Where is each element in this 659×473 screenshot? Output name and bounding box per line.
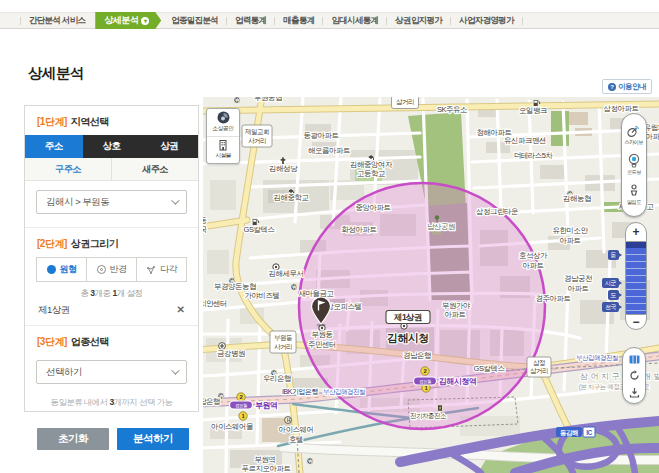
question-icon: ? (608, 83, 616, 91)
map-label: 김해중앙여자 (350, 160, 393, 169)
map-label: 화성아파트 (342, 225, 377, 234)
map-layer-buttons: 소상공인 시설물 (206, 108, 240, 164)
map-boxed-label-text: 삼정 (533, 359, 545, 367)
map-label: 더테라스5차 (514, 151, 554, 160)
density-icon (628, 184, 640, 198)
zoom-slider-track[interactable] (625, 248, 647, 314)
trade-area-name: 제1상권 (38, 304, 70, 315)
roadview-button[interactable]: 로드뷰 (626, 153, 642, 177)
map-boxed-label: 부원동사거리 (270, 331, 296, 353)
nav-item-business-age-stats[interactable]: 업력통계 (227, 13, 274, 28)
lrt-station: 경전철김해시청역 (414, 377, 477, 386)
map-label: 고등학교 (357, 169, 385, 178)
map-view-controls: 스카이뷰 로드뷰 밀집도 (621, 113, 647, 217)
map-canvas[interactable]: ₩₩₩₩₩₩₩H삼거리제일교회사거리부원동사거리삼정삼거리제1상권2121경전철… (203, 97, 659, 473)
facility-label: 시설물 (215, 151, 231, 160)
industry-select[interactable]: 선택하기 (36, 360, 187, 384)
tab-trade-area[interactable]: 상권 (140, 135, 198, 158)
zoom-control: + − (625, 222, 647, 330)
step1-title: 지역선택 (71, 116, 109, 127)
shape-circle-button[interactable]: 원형 (36, 257, 87, 282)
map-mode-icon (629, 354, 640, 365)
zoom-out-button[interactable]: − (625, 314, 647, 330)
lrt-line-badge: 경전철 (235, 403, 247, 408)
remove-area-icon[interactable]: ✕ (177, 305, 185, 314)
nav-item-location-rating[interactable]: 상권입지평가 (387, 13, 450, 28)
area-count-note: 총 3개중 1개 설정 (25, 288, 198, 298)
zoom-level-nation[interactable]: 전국 (602, 302, 619, 312)
nav-item-rent-stats[interactable]: 임대시세통계 (323, 13, 386, 28)
map-boxed-label-text: 제일교회 (245, 128, 269, 135)
map-label: 김해중학교 (274, 193, 309, 202)
map-label: 우리은행 (263, 374, 291, 383)
nav-item-detail-analysis-active[interactable]: 상세분석 ▾ (95, 12, 161, 29)
nav-item-owner-rating[interactable]: 사업자경영평가 (451, 13, 522, 28)
map-label: 경남은행 (403, 351, 431, 360)
map-label: 김해시청 (387, 332, 429, 344)
facility-layer-button[interactable]: 시설물 (207, 136, 239, 164)
shape-circle-label: 원형 (60, 263, 77, 276)
map-boxed-label-text: 부원동 (274, 334, 293, 341)
refresh-icon (629, 370, 640, 381)
step3-tag: [3단계] (37, 336, 67, 347)
map-label: 동광아파트 (304, 131, 339, 140)
usage-guide-label: 이용안내 (618, 82, 646, 92)
region-select-value: 김해시 > 부원동 (46, 196, 171, 209)
map-label: 우체국 (203, 225, 207, 234)
map-label: 해오름아파트 (308, 146, 350, 155)
tab-address[interactable]: 주소 (25, 135, 83, 158)
nav-separator (522, 17, 523, 25)
map-label: 주민센터 (308, 340, 336, 349)
refresh-button[interactable] (629, 370, 640, 381)
subtab-old-address[interactable]: 구주소 (25, 158, 111, 180)
map-label: 아파트 (523, 261, 544, 270)
map-label: 가야비즈텔 (245, 291, 280, 300)
tab-store-name[interactable]: 상호 (83, 135, 141, 158)
hotel-icon: H (285, 417, 292, 424)
lrt-station-name: 부원역 (255, 401, 278, 410)
reset-button[interactable]: 초기화 (37, 428, 109, 450)
map-label: IBK기업은행 (282, 388, 318, 396)
map-base: ₩₩₩₩₩₩₩H삼거리제일교회사거리부원동사거리삼정삼거리제1상권2121경전철… (203, 97, 659, 473)
region-select[interactable]: 김해시 > 부원동 (36, 190, 187, 214)
skyview-button[interactable]: 스카이뷰 (623, 124, 644, 147)
map-label: 유한미소안 (553, 226, 589, 235)
map-label: 부원농협 (254, 97, 282, 102)
zoom-level-do[interactable]: 도 (608, 290, 620, 300)
shape-radius-label: 반경 (110, 263, 127, 276)
chevron-down-icon (171, 196, 179, 204)
shape-polygon-button[interactable]: 다각 (136, 257, 187, 282)
map-label: SK주유소 (437, 105, 467, 114)
usage-guide-button[interactable]: ? 이용안내 (602, 79, 652, 94)
hotel-glyph: H (287, 418, 290, 423)
industry-limit-note: 동일분류 내에서 3개까지 선택 가능 (25, 397, 198, 408)
lrt-line-badge: 경전철 (419, 379, 431, 384)
analyze-button[interactable]: 분석하기 (117, 428, 189, 450)
subtab-new-address[interactable]: 새주소 (111, 158, 198, 180)
nav-item-sales-stats[interactable]: 매출통계 (275, 13, 322, 28)
roadview-icon (627, 153, 641, 168)
small-business-layer-button[interactable]: 소상공인 (207, 109, 239, 136)
step2-title: 상권그리기 (71, 238, 119, 249)
map-label: 아파트 (445, 310, 466, 319)
industry-select-wrap: 선택하기 (25, 355, 198, 384)
map-boxed-label: 삼거리 (392, 97, 419, 109)
shape-radius-button[interactable]: 반경 (86, 257, 137, 282)
shape-polygon-label: 다각 (160, 263, 177, 276)
trade-area-label-text: 제1상권 (393, 312, 422, 322)
zoom-level-sigun[interactable]: 시군 (602, 278, 619, 288)
address-type-subtabs: 구주소 새주소 (25, 158, 198, 181)
zoom-level-dong[interactable]: 동 (608, 250, 620, 260)
save-image-button[interactable] (629, 387, 640, 398)
ic-code: IC (586, 429, 592, 436)
zoom-in-button[interactable]: + (625, 222, 647, 242)
nav-item-simple-analysis[interactable]: 간단분석 서비스 (21, 13, 93, 28)
map-label: GS칼텍스 (244, 225, 275, 234)
nav-item-density-analysis[interactable]: 업종밀집분석 (163, 13, 226, 28)
density-button[interactable]: 밀집도 (626, 184, 642, 207)
trade-area-label[interactable]: 제1상권 (386, 311, 430, 324)
map-boxed-label-text: 사거리 (274, 343, 292, 350)
map-mode-button[interactable] (629, 354, 640, 365)
map-boxed-label-text: 삼거리 (530, 367, 548, 374)
route-shield: 1 (239, 412, 247, 420)
